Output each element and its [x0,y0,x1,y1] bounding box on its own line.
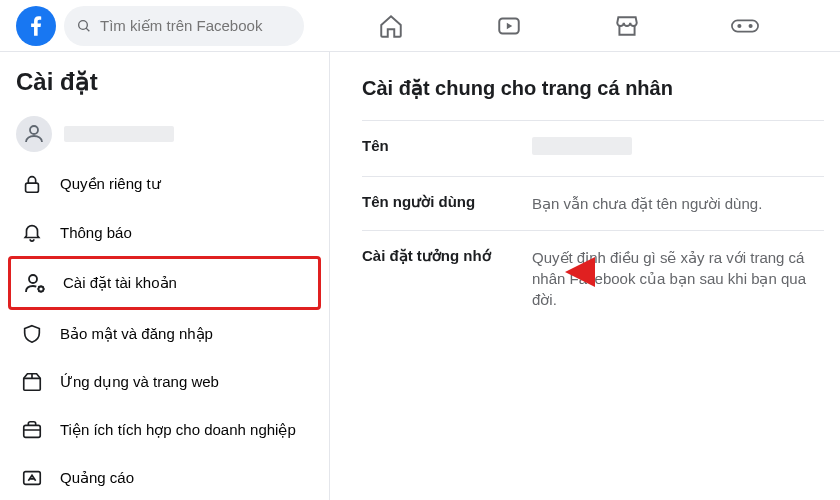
avatar-icon [16,116,52,152]
watch-icon[interactable] [495,12,523,40]
sidebar-item-label: Quyền riêng tư [60,175,161,193]
sidebar-item-privacy[interactable]: Quyền riêng tư [8,160,321,208]
svg-point-5 [749,24,751,26]
svg-point-8 [29,275,37,283]
sidebar-item-label: Quảng cáo [60,469,134,487]
sidebar-item-label: Ứng dụng và trang web [60,373,219,391]
setting-value: Quyết định điều gì sẽ xảy ra với trang c… [532,247,824,310]
sidebar-item-profile[interactable] [8,108,321,160]
svg-line-1 [86,28,89,31]
setting-key: Tên người dùng [362,193,532,214]
setting-value [532,137,824,160]
svg-rect-3 [732,20,758,31]
svg-rect-11 [24,472,41,485]
setting-value: Bạn vẫn chưa đặt tên người dùng. [532,193,824,214]
svg-rect-7 [26,183,39,192]
sidebar-item-label: Cài đặt tài khoản [63,274,177,292]
setting-key: Cài đặt tưởng nhớ [362,247,532,310]
setting-row-name[interactable]: Tên [362,120,824,176]
setting-row-memorialization[interactable]: Cài đặt tưởng nhớ Quyết định điều gì sẽ … [362,230,824,326]
sidebar-item-apps[interactable]: Ứng dụng và trang web [8,358,321,406]
topbar [0,0,840,52]
sidebar: Cài đặt Quyền riêng tư Thông báo Cài đặt… [0,52,330,500]
search-box[interactable] [64,6,304,46]
sidebar-item-security[interactable]: Bảo mật và đăng nhập [8,310,321,358]
home-icon[interactable] [377,12,405,40]
apps-icon [16,366,48,398]
sidebar-item-ads[interactable]: Quảng cáo [8,454,321,500]
sidebar-item-notifications[interactable]: Thông báo [8,208,321,256]
setting-row-username[interactable]: Tên người dùng Bạn vẫn chưa đặt tên ngườ… [362,176,824,230]
setting-key: Tên [362,137,532,160]
sidebar-item-label [64,126,174,142]
facebook-logo[interactable] [16,6,56,46]
svg-point-6 [30,126,38,134]
svg-rect-10 [24,425,41,437]
svg-point-9 [39,287,44,292]
sidebar-item-label: Bảo mật và đăng nhập [60,325,213,343]
sidebar-item-account-settings[interactable]: Cài đặt tài khoản [8,256,321,310]
sidebar-item-business[interactable]: Tiện ích tích hợp cho doanh nghiệp [8,406,321,454]
shield-icon [16,318,48,350]
search-input[interactable] [100,17,292,34]
gaming-icon[interactable] [731,12,759,40]
top-nav [312,12,824,40]
main-content: Cài đặt chung cho trang cá nhân Tên Tên … [330,52,840,500]
user-gear-icon [19,267,51,299]
bell-icon [16,216,48,248]
svg-point-4 [738,24,740,26]
svg-point-0 [79,20,88,29]
sidebar-item-label: Tiện ích tích hợp cho doanh nghiệp [60,421,296,439]
search-icon [76,18,92,34]
sidebar-item-label: Thông báo [60,224,132,241]
page-title: Cài đặt chung cho trang cá nhân [362,76,824,100]
megaphone-icon [16,462,48,494]
lock-icon [16,168,48,200]
briefcase-icon [16,414,48,446]
marketplace-icon[interactable] [613,12,641,40]
sidebar-title: Cài đặt [8,64,321,108]
